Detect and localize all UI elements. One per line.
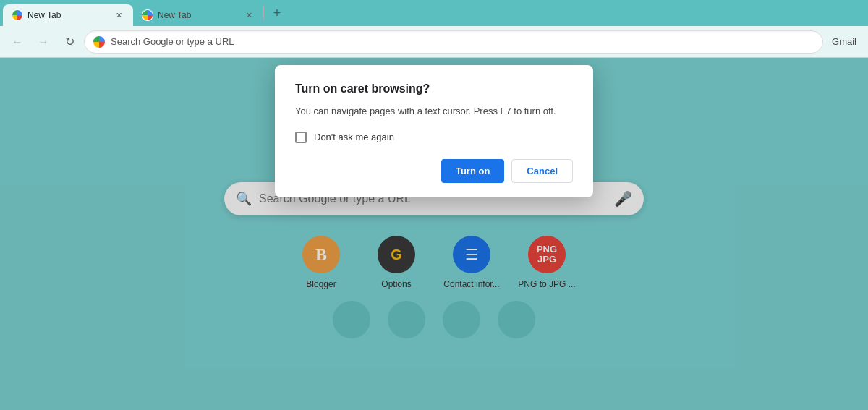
tab-2[interactable]: New Tab ✕ [133, 4, 263, 26]
dialog-body: You can navigate pages with a text curso… [295, 104, 573, 119]
browser-frame: New Tab ✕ New Tab ✕ + ← → ↻ Search Googl… [0, 0, 868, 410]
tab-1-title: New Tab [27, 10, 109, 20]
reload-button[interactable]: ↻ [58, 30, 81, 54]
page-content: Google 🔍 Search Google or type a URL 🎤 B… [0, 58, 868, 410]
address-text: Search Google or type a URL [111, 36, 814, 47]
tab-1[interactable]: New Tab ✕ [3, 4, 133, 26]
google-favicon [93, 36, 105, 48]
nav-extras: Gmail [826, 33, 862, 50]
dialog-buttons: Turn on Cancel [295, 159, 573, 183]
back-button[interactable]: ← [6, 30, 29, 54]
dont-ask-checkbox[interactable] [295, 132, 307, 143]
gmail-link[interactable]: Gmail [826, 33, 862, 50]
tab-bar: New Tab ✕ New Tab ✕ + [0, 0, 868, 26]
dialog-checkbox-row: Don't ask me again [295, 132, 573, 143]
tab-2-close[interactable]: ✕ [243, 9, 255, 21]
dialog-overlay: Turn on caret browsing? You can navigate… [0, 58, 868, 410]
tab-1-favicon [12, 9, 23, 21]
nav-bar: ← → ↻ Search Google or type a URL Gmail [0, 26, 868, 58]
forward-button[interactable]: → [32, 30, 55, 54]
dont-ask-label[interactable]: Don't ask me again [314, 132, 394, 142]
tab-separator [263, 6, 264, 20]
address-bar[interactable]: Search Google or type a URL [84, 30, 823, 54]
tab-1-close[interactable]: ✕ [113, 9, 124, 21]
dialog-title: Turn on caret browsing? [295, 82, 573, 95]
tab-2-title: New Tab [158, 10, 239, 20]
cancel-button[interactable]: Cancel [511, 159, 573, 183]
tab-2-favicon [142, 9, 153, 21]
turn-on-button[interactable]: Turn on [441, 159, 504, 183]
caret-browsing-dialog: Turn on caret browsing? You can navigate… [275, 65, 593, 197]
new-tab-button[interactable]: + [267, 3, 287, 23]
